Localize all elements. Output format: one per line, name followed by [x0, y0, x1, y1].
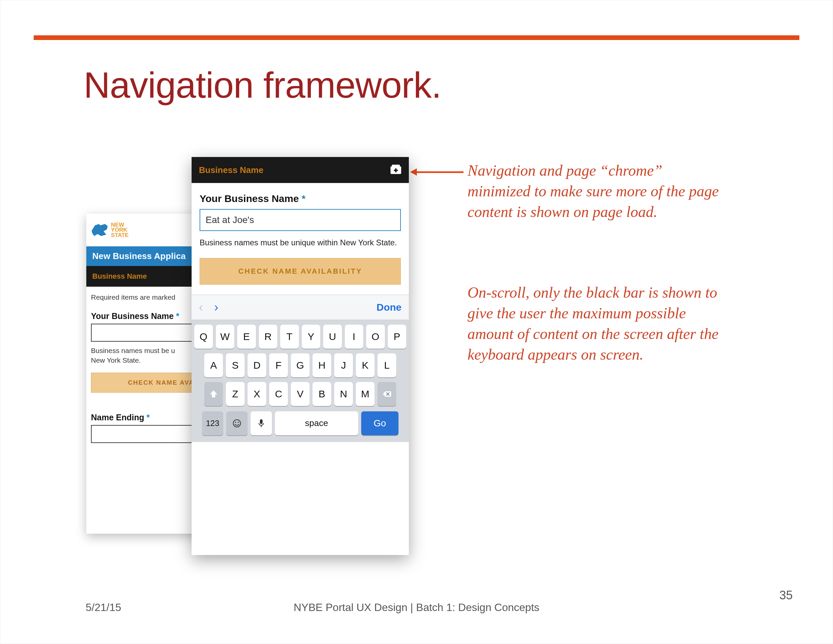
keyboard-row-1: Q W E R T Y U I O P [194, 325, 406, 349]
hint-line2: New York State. [91, 356, 141, 364]
keyboard-rows: Q W E R T Y U I O P A S D F G H [191, 320, 409, 442]
key-s[interactable]: S [226, 353, 244, 377]
key-d[interactable]: D [248, 353, 266, 377]
keyboard-field-nav: ‹ › [199, 300, 218, 314]
required-asterisk: * [302, 193, 306, 204]
annotation-paragraph-1: Navigation and page “chrome” minimized t… [468, 160, 721, 222]
required-asterisk: * [176, 311, 179, 321]
key-q[interactable]: Q [194, 325, 213, 349]
hint-line1: Business names must be u [91, 347, 175, 354]
business-name-label: Your Business Name * [199, 193, 401, 204]
svg-rect-7 [260, 419, 262, 424]
ny-state-wordmark: NEW YORK STATE [111, 222, 129, 238]
prev-field-chevron-icon[interactable]: ‹ [199, 300, 203, 314]
business-name-label-text: Your Business Name [199, 193, 299, 204]
arrow-head-icon [410, 168, 417, 175]
backspace-key-icon[interactable] [378, 382, 396, 406]
key-o[interactable]: O [366, 325, 385, 349]
slide-top-accent [34, 35, 799, 40]
svg-point-5 [235, 422, 236, 423]
compact-top-bar: Business Name [191, 157, 409, 183]
logo-line3: STATE [111, 233, 129, 238]
key-x[interactable]: X [248, 382, 266, 406]
key-m[interactable]: M [356, 382, 375, 406]
key-u[interactable]: U [323, 325, 342, 349]
key-k[interactable]: K [356, 353, 375, 377]
key-f[interactable]: F [269, 353, 288, 377]
business-name-label-text: Your Business Name [91, 311, 174, 321]
arrow-line [415, 171, 463, 173]
key-p[interactable]: P [388, 325, 407, 349]
keyboard-row-4: 123 space Go [194, 411, 406, 435]
ny-state-shape-icon [91, 223, 109, 237]
keyboard-done-button[interactable]: Done [376, 302, 402, 313]
key-t[interactable]: T [280, 325, 299, 349]
key-a[interactable]: A [204, 353, 223, 377]
key-b[interactable]: B [312, 382, 331, 406]
add-step-icon[interactable] [390, 164, 402, 175]
annotation-paragraph-2: On-scroll, only the black bar is shown t… [468, 282, 721, 365]
svg-point-6 [238, 422, 239, 423]
key-v[interactable]: V [291, 382, 310, 406]
svg-rect-3 [394, 170, 398, 171]
footer-project-title: NYBE Portal UX Design | Batch 1: Design … [0, 601, 833, 613]
key-c[interactable]: C [269, 382, 288, 406]
key-i[interactable]: I [345, 325, 363, 349]
svg-rect-1 [392, 165, 400, 167]
next-field-chevron-icon[interactable]: › [214, 300, 218, 314]
key-z[interactable]: Z [226, 382, 244, 406]
emoji-key-icon[interactable] [226, 411, 248, 435]
key-r[interactable]: R [259, 325, 278, 349]
form-content: Your Business Name * Eat at Joe's Busine… [191, 183, 409, 285]
shift-key-icon[interactable] [204, 382, 223, 406]
callout-arrow [410, 170, 463, 174]
svg-point-4 [233, 420, 241, 427]
check-name-availability-button[interactable]: CHECK NAME AVAILABILITY [199, 258, 401, 285]
keyboard-row-2: A S D F G H J K L [194, 353, 406, 377]
numbers-key[interactable]: 123 [202, 411, 223, 435]
key-e[interactable]: E [237, 325, 256, 349]
keyboard-accessory-bar: ‹ › Done [191, 295, 409, 320]
keyboard-row-3: Z X C V B N M [194, 382, 406, 406]
name-ending-label-text: Name Ending [91, 413, 144, 422]
topbar-section-label: Business Name [199, 165, 264, 175]
mockup-foreground-screen: Business Name Your Business Name * Eat a… [191, 157, 409, 555]
required-asterisk: * [146, 413, 150, 422]
go-key[interactable]: Go [361, 411, 399, 435]
slide-title: Navigation framework. [84, 64, 441, 106]
slide: Navigation framework. Navigation and pag… [0, 0, 833, 644]
key-l[interactable]: L [378, 353, 396, 377]
key-h[interactable]: H [312, 353, 331, 377]
ny-state-logo: NEW YORK STATE [91, 222, 129, 238]
key-j[interactable]: J [334, 353, 353, 377]
ios-keyboard: ‹ › Done Q W E R T Y U I O P [191, 295, 409, 442]
key-g[interactable]: G [291, 353, 310, 377]
business-name-input-value: Eat at Joe's [206, 215, 254, 225]
dictation-key-icon[interactable] [251, 411, 272, 435]
key-n[interactable]: N [334, 382, 353, 406]
space-key[interactable]: space [275, 411, 358, 435]
key-y[interactable]: Y [302, 325, 320, 349]
footer-page-number: 35 [779, 588, 793, 602]
business-name-input[interactable]: Eat at Joe's [199, 209, 401, 231]
key-w[interactable]: W [216, 325, 235, 349]
business-name-hint: Business names must be unique within New… [199, 237, 401, 249]
